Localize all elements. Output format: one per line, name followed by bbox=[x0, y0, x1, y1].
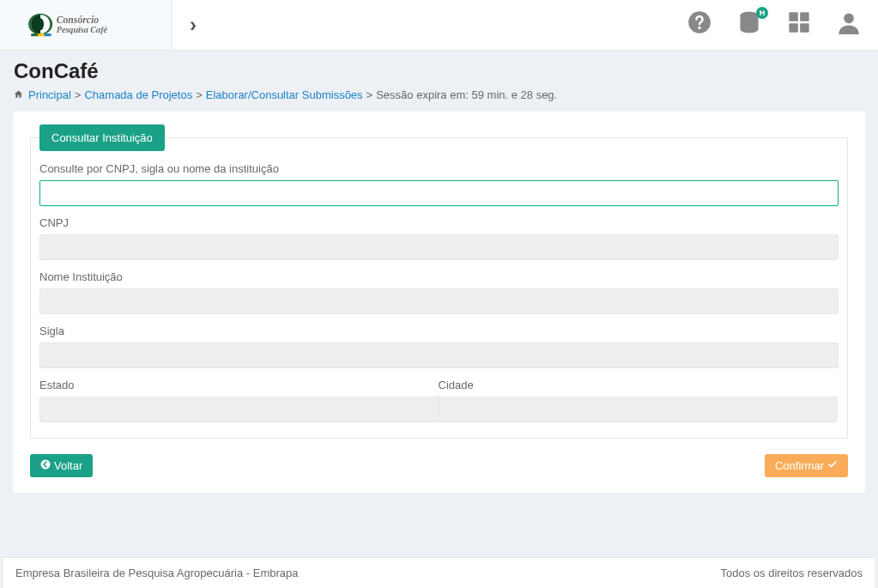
svg-point-13 bbox=[844, 14, 854, 24]
cnpj-input bbox=[39, 234, 839, 260]
page-header: ConCafé Principal > Chamada de Projetos … bbox=[0, 51, 878, 113]
svg-rect-3 bbox=[38, 33, 45, 36]
breadcrumb-chamada[interactable]: Chamada de Projetos bbox=[84, 88, 192, 101]
nome-instituicao-input bbox=[39, 288, 839, 314]
page-title: ConCafé bbox=[14, 59, 864, 83]
search-input[interactable] bbox=[39, 180, 839, 206]
topbar-spacer bbox=[215, 0, 687, 50]
database-env-badge: H bbox=[756, 7, 768, 19]
estado-input bbox=[39, 397, 439, 422]
voltar-button[interactable]: Voltar bbox=[30, 454, 93, 477]
confirmar-button[interactable]: Confirmar bbox=[765, 454, 848, 477]
brand-logo[interactable]: Consórcio Pesquisa Café bbox=[0, 0, 172, 50]
database-button[interactable]: H bbox=[737, 10, 761, 39]
search-label: Consulte por CNPJ, sigla ou nome da inst… bbox=[39, 162, 839, 175]
svg-point-14 bbox=[41, 460, 51, 470]
nome-label: Nome Instituição bbox=[39, 270, 839, 283]
help-button[interactable] bbox=[687, 10, 711, 39]
brand-text-2: Pesquisa Café bbox=[56, 25, 107, 34]
breadcrumb-sep: > bbox=[366, 88, 373, 101]
estado-label: Estado bbox=[39, 379, 439, 391]
chevron-right-icon: › bbox=[190, 13, 197, 37]
svg-rect-10 bbox=[800, 12, 809, 21]
cnpj-label: CNPJ bbox=[39, 216, 839, 229]
breadcrumb-sep: > bbox=[75, 88, 82, 101]
cidade-input bbox=[439, 397, 839, 422]
apps-button[interactable] bbox=[787, 10, 811, 39]
svg-rect-2 bbox=[31, 33, 38, 36]
breadcrumb-elaborar[interactable]: Elaborar/Consultar Submissões bbox=[206, 88, 363, 101]
svg-rect-4 bbox=[44, 33, 51, 36]
home-icon bbox=[14, 89, 23, 101]
svg-rect-12 bbox=[800, 23, 809, 32]
help-circle-icon bbox=[687, 10, 711, 34]
voltar-label: Voltar bbox=[54, 459, 82, 472]
brand-text-1: Consórcio bbox=[56, 15, 98, 26]
apps-grid-icon bbox=[787, 10, 811, 34]
fieldset-legend: Consultar Instituição bbox=[39, 124, 165, 151]
session-expiry: Sessão expira em: 59 min. e 28 seg. bbox=[376, 88, 557, 101]
svg-point-6 bbox=[698, 27, 700, 29]
svg-rect-11 bbox=[789, 23, 798, 32]
svg-point-1 bbox=[37, 18, 44, 30]
footer-rights: Todos os direitos reservados bbox=[721, 567, 863, 579]
check-icon bbox=[827, 459, 838, 472]
sidebar-toggle[interactable]: › bbox=[172, 0, 215, 50]
user-icon bbox=[837, 10, 861, 34]
arrow-left-circle-icon bbox=[40, 459, 51, 472]
cidade-label: Cidade bbox=[439, 379, 839, 391]
sigla-label: Sigla bbox=[39, 324, 839, 337]
user-menu[interactable] bbox=[837, 10, 861, 39]
main-panel: Consultar Instituição Consulte por CNPJ,… bbox=[13, 112, 865, 493]
breadcrumb: Principal > Chamada de Projetos > Elabor… bbox=[14, 88, 864, 101]
breadcrumb-sep: > bbox=[196, 88, 203, 101]
footer: Empresa Brasileira de Pesquisa Agropecuá… bbox=[3, 557, 875, 588]
breadcrumb-principal[interactable]: Principal bbox=[28, 88, 71, 101]
topbar: Consórcio Pesquisa Café › H bbox=[0, 0, 878, 51]
topbar-actions: H bbox=[687, 0, 878, 50]
consultar-instituicao-fieldset: Consultar Instituição Consulte por CNPJ,… bbox=[30, 137, 848, 439]
sigla-input bbox=[39, 342, 839, 368]
svg-rect-9 bbox=[789, 12, 798, 21]
confirmar-label: Confirmar bbox=[775, 459, 824, 472]
footer-org: Empresa Brasileira de Pesquisa Agropecuá… bbox=[15, 567, 299, 579]
